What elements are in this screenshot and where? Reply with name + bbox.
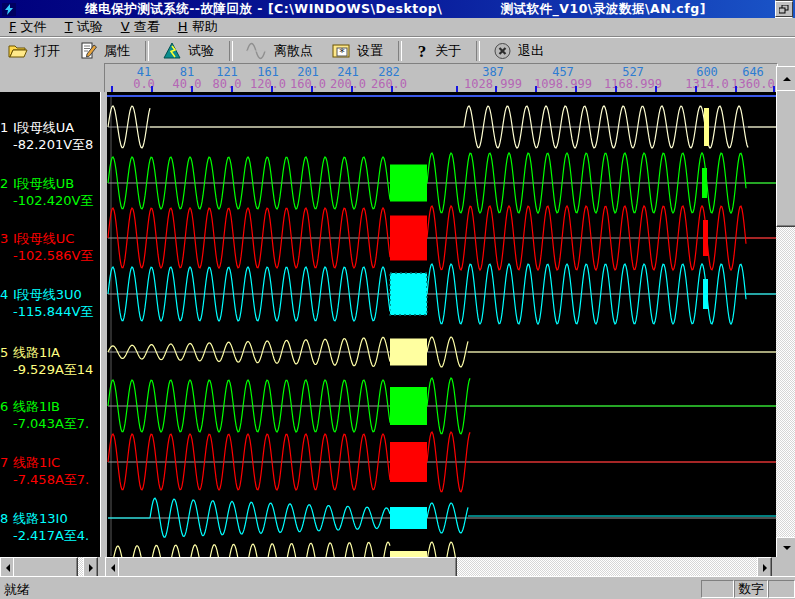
ruler-time-label: 1028.999 — [464, 77, 522, 91]
sidebar-scroll-thumb[interactable] — [13, 557, 78, 578]
channel-name: 线路1IC — [13, 455, 60, 470]
toolbar-separator — [476, 41, 480, 61]
toolbar-button-exit[interactable]: 退出 — [485, 41, 554, 61]
ruler-time-label: 260.0 — [371, 77, 407, 91]
compressed-section-marker[interactable] — [390, 339, 427, 366]
title-bar[interactable]: 继电保护测试系统--故障回放 - [C:\WINDOWS\Desktop\ 测试… — [0, 0, 795, 18]
channel-name: Ⅰ段母线UA — [13, 120, 74, 135]
channel-number: 5 — [0, 344, 13, 361]
channel-sidebar: 1Ⅰ段母线UA-82.201V至82Ⅰ段母线UB-102.420V至3Ⅰ段母线U… — [0, 92, 100, 557]
channel-label-2[interactable]: 2Ⅰ段母线UB-102.420V至 — [0, 175, 100, 209]
channel-label-3[interactable]: 3Ⅰ段母线UC-102.586V至 — [0, 230, 100, 264]
sidebar-scroll-right-button[interactable] — [83, 557, 98, 578]
compressed-section-marker[interactable] — [390, 273, 427, 315]
channel-range: -102.420V至 — [0, 192, 100, 209]
ruler-band: 410.08140.012180.0161120.0201160.0241200… — [0, 63, 795, 92]
status-panel-empty-2 — [768, 580, 795, 598]
about-icon: ? — [415, 42, 429, 60]
toolbar-button-discrete-points[interactable]: 离散点 — [238, 41, 323, 61]
status-bar: 就绪 数字 — [0, 576, 795, 599]
compressed-section-marker[interactable] — [390, 507, 427, 529]
toolbar-button-properties[interactable]: 属性 — [70, 41, 140, 61]
waveform-trace-ch1 — [108, 106, 776, 148]
vertical-scroll-thumb[interactable] — [776, 90, 795, 227]
cursor-marker-ch1[interactable] — [704, 108, 709, 146]
toolbar: 打开属性试验离散点*设置?关于退出 — [0, 37, 795, 64]
channel-range: -115.844V至 — [0, 303, 100, 320]
cursor-marker-ch4[interactable] — [703, 279, 708, 309]
time-ruler[interactable]: 410.08140.012180.0161120.0201160.0241200… — [104, 63, 778, 93]
menu-item-f[interactable]: F 文件 — [0, 18, 56, 36]
waveform-area[interactable] — [107, 92, 776, 557]
channel-name: Ⅰ段母线UC — [13, 231, 74, 246]
app-icon — [2, 3, 16, 16]
status-panel-num: 数字 — [734, 580, 768, 598]
minimize-icon — [779, 0, 789, 1]
application-window: 继电保护测试系统--故障回放 - [C:\WINDOWS\Desktop\ 测试… — [0, 0, 795, 599]
channel-label-8[interactable]: 8线路13I0-2.417A至4. — [0, 510, 100, 544]
wave-scroll-right-button[interactable] — [757, 557, 772, 578]
ruler-time-label: 1314.0 — [685, 77, 728, 91]
scroll-down-button[interactable] — [776, 537, 795, 559]
cursor-marker-ch3[interactable] — [703, 220, 708, 256]
channel-label-5[interactable]: 5线路1IA-9.529A至14 — [0, 344, 100, 378]
restore-icon — [779, 2, 789, 17]
ruler-time-label: 80.0 — [213, 77, 242, 91]
main-area: 1Ⅰ段母线UA-82.201V至82Ⅰ段母线UB-102.420V至3Ⅰ段母线U… — [0, 92, 795, 557]
discrete-points-icon — [246, 42, 268, 60]
channel-range: -2.417A至4. — [0, 527, 100, 544]
menu-item-t[interactable]: T 试验 — [56, 18, 112, 36]
window-title: 继电保护测试系统--故障回放 - [C:\WINDOWS\Desktop\ 测试… — [16, 1, 775, 18]
channel-number: 2 — [0, 175, 13, 192]
ruler-time-label: 1098.999 — [534, 77, 592, 91]
scrollbar-row — [0, 557, 795, 576]
wave-scroll-thumb[interactable] — [118, 557, 457, 578]
channel-number: 6 — [0, 398, 13, 415]
channel-number: 7 — [0, 454, 13, 471]
menu-item-v[interactable]: V 查看 — [112, 18, 169, 36]
properties-icon — [78, 42, 98, 60]
channel-name: 线路1IA — [13, 345, 60, 360]
toolbar-separator — [398, 41, 402, 61]
compressed-section-marker[interactable] — [390, 216, 427, 261]
waveform-plot — [107, 92, 776, 557]
channel-range: -9.529A至14 — [0, 361, 100, 378]
restore-button[interactable] — [775, 1, 793, 17]
compressed-section-marker[interactable] — [390, 165, 427, 202]
toolbar-button-test-lightning[interactable]: 试验 — [154, 41, 224, 61]
menu-item-h[interactable]: H 帮助 — [169, 18, 227, 36]
ruler-time-label: 120.0 — [250, 77, 286, 91]
channel-range: -82.201V至8 — [0, 136, 100, 153]
vertical-scrollbar — [776, 66, 795, 557]
status-message: 就绪 — [4, 581, 30, 599]
scroll-up-button[interactable] — [776, 66, 795, 92]
compressed-section-marker[interactable] — [390, 387, 427, 425]
channel-label-6[interactable]: 6线路1IB-7.043A至7. — [0, 398, 100, 432]
channel-name: Ⅰ段母线3U0 — [13, 287, 82, 302]
toolbar-button-settings[interactable]: *设置 — [323, 41, 393, 61]
channel-label-4[interactable]: 4Ⅰ段母线3U0-115.844V至 — [0, 286, 100, 320]
cursor-marker-ch2[interactable] — [702, 168, 707, 198]
open-folder-icon — [8, 42, 28, 60]
ruler-time-label: 1168.999 — [604, 77, 662, 91]
channel-number: 8 — [0, 510, 13, 527]
channel-name: Ⅰ段母线UB — [13, 176, 74, 191]
channel-label-1[interactable]: 1Ⅰ段母线UA-82.201V至8 — [0, 119, 100, 153]
status-panel-empty-1 — [701, 580, 734, 598]
svg-text:*: * — [339, 45, 345, 58]
toolbar-button-open-folder[interactable]: 打开 — [0, 41, 70, 61]
compressed-section-marker[interactable] — [390, 442, 427, 482]
channel-number: 3 — [0, 230, 13, 247]
channel-number: 4 — [0, 286, 13, 303]
channel-range: -102.586V至 — [0, 247, 100, 264]
channel-label-7[interactable]: 7线路1IC-7.458A至7. — [0, 454, 100, 488]
ruler-time-label: 40.0 — [173, 77, 202, 91]
channel-number: 1 — [0, 119, 13, 136]
test-lightning-icon — [162, 42, 182, 60]
toolbar-separator — [229, 41, 233, 61]
svg-text:?: ? — [418, 42, 427, 60]
toolbar-button-about[interactable]: ?关于 — [407, 41, 471, 61]
channel-name: 线路1IB — [13, 399, 60, 414]
exit-icon — [493, 42, 512, 60]
settings-icon: * — [331, 42, 351, 60]
